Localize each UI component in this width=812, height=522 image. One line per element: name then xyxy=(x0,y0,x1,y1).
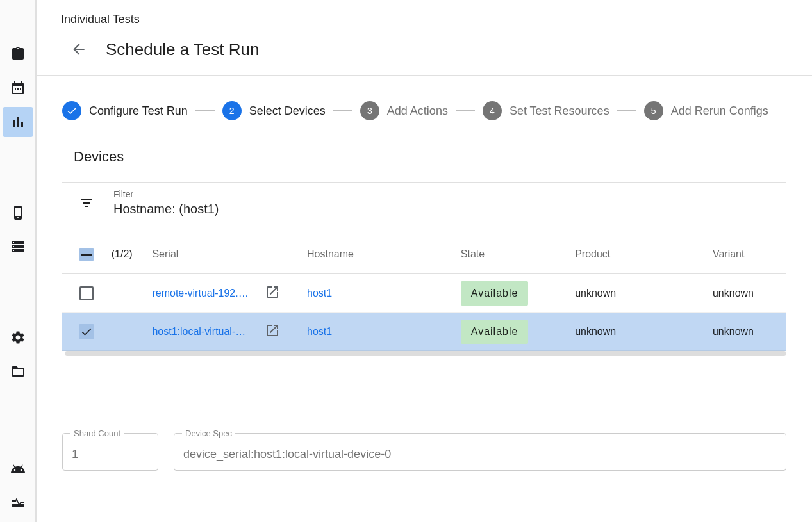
monitor-heart-icon xyxy=(10,495,26,510)
variant-cell: unknown xyxy=(713,326,786,338)
select-all-checkbox[interactable] xyxy=(79,248,94,261)
product-cell: unknown xyxy=(575,326,713,338)
hostname-link[interactable]: host1 xyxy=(307,288,332,298)
open-in-new-icon[interactable] xyxy=(265,284,280,302)
bar-chart-icon xyxy=(10,114,26,129)
step-add-actions[interactable]: 3 Add Actions xyxy=(360,101,448,120)
sidebar-item-analytics[interactable] xyxy=(3,107,33,137)
shard-count-field[interactable]: Shard Count xyxy=(62,433,158,471)
serial-link[interactable]: remote-virtual-192.… xyxy=(152,288,254,299)
sidebar xyxy=(0,0,36,522)
device-spec-field[interactable]: Device Spec xyxy=(174,433,786,471)
sidebar-item-settings[interactable] xyxy=(3,323,33,353)
gear-icon xyxy=(10,330,26,345)
sidebar-item-android[interactable] xyxy=(3,454,33,484)
phone-icon xyxy=(10,205,26,220)
stepper: Configure Test Run 2 Select Devices 3 Ad… xyxy=(37,76,812,146)
filter-row[interactable]: Filter Hostname: (host1) xyxy=(62,182,786,222)
sidebar-item-phone[interactable] xyxy=(3,197,33,227)
step-configure[interactable]: Configure Test Run xyxy=(62,101,188,120)
sidebar-item-storage[interactable] xyxy=(3,232,33,262)
status-badge: Available xyxy=(461,281,529,306)
step-divider xyxy=(456,110,475,111)
step-rerun-configs[interactable]: 5 Add Rerun Configs xyxy=(644,101,768,120)
header-state[interactable]: State xyxy=(461,249,575,260)
step-circle-pending: 4 xyxy=(483,101,502,120)
folder-icon xyxy=(10,364,26,379)
devices-section: Devices Filter Hostname: (host1) (1/2) S… xyxy=(37,146,812,356)
step-circle-done xyxy=(62,101,81,120)
field-label: Shard Count xyxy=(70,428,124,438)
step-divider xyxy=(195,110,215,111)
step-divider xyxy=(617,110,636,111)
status-badge: Available xyxy=(461,320,529,344)
step-circle-pending: 5 xyxy=(644,101,663,120)
header-variant[interactable]: Variant xyxy=(713,249,786,260)
sidebar-item-folder[interactable] xyxy=(3,357,33,387)
step-label: Select Devices xyxy=(249,104,326,118)
variant-cell: unknown xyxy=(713,288,786,299)
field-label: Device Spec xyxy=(182,428,235,438)
sidebar-item-monitor[interactable] xyxy=(3,488,33,518)
breadcrumb[interactable]: Individual Tests xyxy=(61,13,812,26)
step-divider xyxy=(333,110,352,111)
step-label: Add Rerun Configs xyxy=(671,104,768,118)
selection-count: (1/2) xyxy=(112,249,146,260)
filter-label: Filter xyxy=(113,189,774,199)
step-test-resources[interactable]: 4 Set Test Resources xyxy=(483,101,609,120)
section-title: Devices xyxy=(62,146,786,182)
step-circle-current: 2 xyxy=(222,101,242,120)
filter-value: Hostname: (host1) xyxy=(113,202,774,216)
calendar-icon xyxy=(10,80,26,95)
android-icon xyxy=(10,461,26,477)
storage-icon xyxy=(10,239,26,254)
serial-link[interactable]: host1:local-virtual-… xyxy=(152,326,254,338)
row-checkbox[interactable] xyxy=(79,286,94,300)
step-label: Add Actions xyxy=(387,104,448,118)
open-in-new-icon[interactable] xyxy=(265,323,280,341)
table-header-row: (1/2) Serial Hostname State Product Vari… xyxy=(62,235,786,274)
device-spec-input[interactable] xyxy=(183,448,777,461)
hostname-link[interactable]: host1 xyxy=(307,326,332,337)
filter-icon xyxy=(79,195,94,211)
header-serial[interactable]: Serial xyxy=(145,249,307,260)
step-circle-pending: 3 xyxy=(360,101,379,120)
bottom-fields: Shard Count Device Spec xyxy=(37,356,812,471)
devices-table: (1/2) Serial Hostname State Product Vari… xyxy=(62,235,786,356)
clipboard-icon xyxy=(10,46,26,61)
step-label: Configure Test Run xyxy=(89,104,188,118)
header-hostname[interactable]: Hostname xyxy=(307,249,461,260)
page-title: Schedule a Test Run xyxy=(106,40,259,60)
page-header: Individual Tests Schedule a Test Run xyxy=(37,0,812,76)
step-select-devices[interactable]: 2 Select Devices xyxy=(222,101,326,120)
sidebar-item-calendar[interactable] xyxy=(3,72,33,102)
product-cell: unknown xyxy=(575,288,713,299)
header-product[interactable]: Product xyxy=(575,249,713,260)
check-icon xyxy=(66,105,78,117)
arrow-left-icon xyxy=(70,41,87,58)
check-icon xyxy=(80,325,93,338)
main-content: Individual Tests Schedule a Test Run Con… xyxy=(36,0,812,522)
sidebar-item-clipboard[interactable] xyxy=(3,38,33,69)
row-checkbox[interactable] xyxy=(79,324,94,339)
horizontal-scrollbar[interactable] xyxy=(65,351,786,356)
table-row[interactable]: remote-virtual-192.… host1 Available unk… xyxy=(62,274,786,313)
back-button[interactable] xyxy=(69,39,89,60)
shard-count-input[interactable] xyxy=(72,448,149,461)
table-row[interactable]: host1:local-virtual-… host1 Available un… xyxy=(62,313,786,351)
step-label: Set Test Resources xyxy=(510,104,609,118)
